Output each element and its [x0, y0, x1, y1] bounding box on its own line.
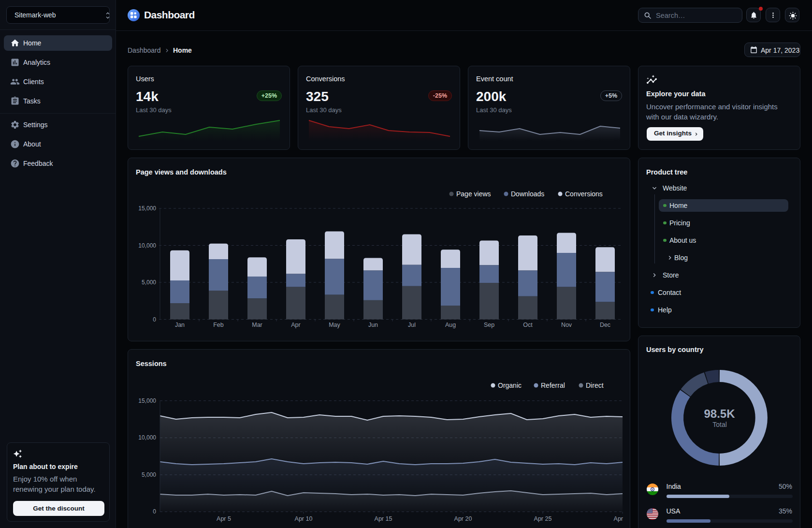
svg-text:10,000: 10,000	[138, 242, 156, 249]
svg-text:Apr 10: Apr 10	[295, 515, 313, 522]
svg-text:Apr 5: Apr 5	[217, 515, 231, 522]
svg-text:Jun: Jun	[368, 322, 378, 328]
svg-text:Referral: Referral	[541, 381, 565, 389]
svg-text:5,000: 5,000	[142, 279, 156, 286]
svg-text:Feb: Feb	[213, 322, 224, 328]
svg-text:Apr: Apr	[291, 322, 300, 328]
svg-text:10,000: 10,000	[138, 434, 156, 441]
svg-text:Apr 15: Apr 15	[375, 515, 392, 522]
svg-text:Apr 30: Apr 30	[614, 515, 624, 522]
svg-text:Downloads: Downloads	[511, 190, 544, 198]
svg-text:15,000: 15,000	[138, 397, 156, 404]
svg-text:Page views: Page views	[456, 190, 491, 198]
svg-text:Sep: Sep	[484, 322, 494, 328]
svg-text:Oct: Oct	[523, 322, 533, 328]
svg-text:Dec: Dec	[600, 322, 610, 328]
svg-text:Apr 25: Apr 25	[534, 515, 552, 522]
svg-text:May: May	[329, 322, 340, 328]
svg-text:Conversions: Conversions	[565, 190, 603, 198]
svg-text:Apr 20: Apr 20	[454, 515, 472, 522]
svg-text:Mar: Mar	[252, 322, 262, 328]
svg-text:Jul: Jul	[408, 322, 416, 328]
svg-text:0: 0	[153, 508, 156, 515]
svg-text:0: 0	[153, 316, 156, 323]
svg-text:Jan: Jan	[175, 322, 185, 328]
svg-text:5,000: 5,000	[142, 471, 156, 478]
svg-text:Aug: Aug	[445, 322, 456, 328]
svg-text:Nov: Nov	[561, 322, 572, 328]
svg-text:Organic: Organic	[498, 381, 522, 389]
svg-text:Direct: Direct	[586, 381, 604, 389]
